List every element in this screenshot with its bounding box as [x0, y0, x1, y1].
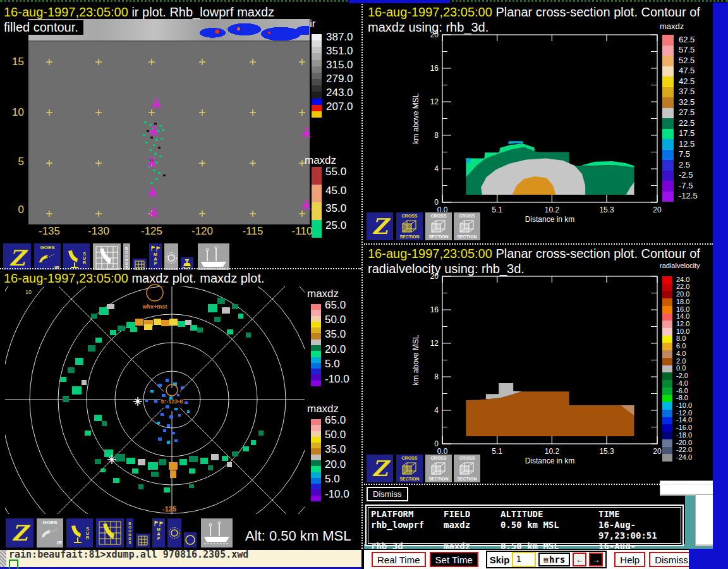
colorbar-tick-label: 5.0 — [325, 473, 340, 486]
colorbar-tick-label: 12.0 — [676, 320, 689, 327]
cross-label: CROSS — [402, 214, 418, 218]
colorbar-tick-label: 351.0 — [326, 45, 353, 58]
colorbar-tick-label: -2.5 — [679, 170, 693, 180]
col-platform: PLATFORM — [371, 509, 444, 520]
terminal-resize-hatch[interactable] — [0, 550, 6, 567]
surveillance-button[interactable]: S U R — [66, 518, 94, 548]
satellite-dish-icon — [38, 252, 57, 264]
cube-icon — [459, 219, 475, 233]
cross-section-maxdz-panel: 16-aug-1997,23:05:00 Planar cross-sectio… — [364, 4, 713, 245]
section-label: SECTION — [399, 477, 419, 481]
colorbar-tick-label: 24.0 — [676, 276, 689, 283]
cross-label: CROSS — [431, 214, 447, 218]
svg-text:km above MSL: km above MSL — [411, 93, 420, 144]
cross-section-button-3[interactable]: CROSS SECTION — [453, 212, 481, 241]
colorbar-tick-label: 207.0 — [326, 101, 353, 113]
col-field: FIELD — [444, 509, 500, 520]
radar-ppi-panel: 16-aug-1997,23:05:00 maxdz plot. maxdz p… — [0, 270, 364, 550]
rosette-button[interactable] — [167, 518, 182, 548]
ir-label: IR — [57, 541, 62, 546]
skip-value-input[interactable]: 1 — [512, 552, 536, 567]
cross-section-radialvelocity-panel: 16-aug-1997,23:05:00 Planar cross-sectio… — [364, 245, 713, 486]
colorbar-tick-label: 57.5 — [679, 45, 695, 54]
cube-icon — [401, 462, 418, 475]
grid-radar-icon — [95, 245, 119, 271]
document-icon: ▤ — [543, 556, 548, 564]
colorbar-tick-label: 8.0 — [676, 334, 686, 342]
goes-ir-button[interactable]: GOES IR — [36, 518, 64, 548]
step-back-button[interactable]: ← — [573, 553, 586, 566]
colorbar-tick-label: 0.0 — [676, 364, 686, 372]
cross-section-button-active[interactable]: CROSS SECTION — [396, 454, 423, 483]
grid-radar-button[interactable] — [95, 518, 124, 548]
colorbar-tick-label: 7.5 — [679, 149, 690, 159]
svg-text:5.1: 5.1 — [492, 205, 502, 214]
map-label: M A P — [157, 527, 161, 541]
zebra-logo-button[interactable]: Z — [5, 518, 34, 548]
map-flags-icon — [154, 520, 164, 527]
colorbar-swatches — [662, 35, 674, 202]
grid-radar-icon — [98, 520, 122, 546]
colorbar-tick-label: -12.0 — [676, 409, 692, 417]
rosette-icon — [168, 527, 181, 539]
colorbar-tick-label: 55.0 — [325, 166, 346, 178]
colorbar-tick-label: 20.0 — [325, 458, 346, 471]
hrs-button[interactable]: ▤hrs — [538, 553, 570, 566]
sat-y-tick: 10 — [9, 106, 24, 119]
svg-text:8: 8 — [434, 131, 439, 140]
map-label: M A P — [154, 252, 157, 266]
colorbar-tick-label: 35.0 — [325, 328, 346, 341]
colorbar-tick-label: 65.0 — [325, 414, 346, 427]
set-time-button[interactable]: Set Time — [430, 552, 478, 567]
colorbar-tick-label: -2.0 — [676, 372, 688, 379]
xs2-panel-title: 16-aug-1997,23:05:00 Planar cross-sectio… — [368, 247, 700, 261]
sur-label: S U R — [86, 527, 89, 540]
col-time: TIME — [598, 509, 678, 520]
map-button[interactable]: M A P — [152, 518, 166, 548]
bounds-button[interactable]: B O U N D S — [126, 518, 134, 548]
colorbar-swatches — [311, 304, 321, 386]
cross-section-button-3[interactable]: CROSS SECTION — [453, 454, 481, 483]
terminal-window[interactable]: rain:beaufait:81>xdump.all 970816.2305.x… — [0, 550, 361, 569]
svg-text:4: 4 — [434, 406, 439, 415]
bounds-label: B O U N D S — [128, 522, 131, 544]
cross-section-button-active[interactable]: CROSS SECTION — [396, 212, 423, 241]
cube-icon — [430, 462, 447, 475]
svg-text:16: 16 — [430, 64, 439, 73]
cube-icon — [459, 462, 475, 475]
svg-text:12: 12 — [430, 339, 439, 348]
radar-dish-icon — [67, 247, 81, 269]
help-button[interactable]: Help — [614, 552, 645, 567]
control-dismiss-button[interactable]: Dismiss — [649, 552, 694, 567]
cross-section-button-2[interactable]: CROSS SECTION — [425, 212, 452, 241]
sat-maxdz-colorbar: maxdz55.045.035.025.0 — [305, 154, 364, 238]
colorbar-tick-label: 47.5 — [679, 66, 695, 75]
colorbar-tick-label: 279.0 — [326, 73, 353, 85]
colorbar-tick-label: 12.5 — [679, 139, 695, 149]
step-forward-button[interactable]: → — [589, 553, 603, 566]
sat-x-tick: -120 — [188, 225, 216, 238]
colorbar-tick-label: 14.0 — [676, 312, 689, 320]
real-time-button[interactable]: Real Time — [372, 552, 426, 567]
ppi-corner-label: 10 — [25, 289, 32, 295]
colorbar-tick-label: 4.0 — [676, 350, 686, 357]
goes-label: GOES — [42, 520, 57, 525]
sat-x-tick: -115 — [239, 225, 267, 238]
cross-section-button-2[interactable]: CROSS SECTION — [425, 454, 452, 483]
colorbar-tick-label: 42.5 — [679, 76, 695, 86]
sat-timestamp: 16-aug-1997,23:05:00 — [4, 5, 128, 19]
status-dismiss-button[interactable]: Dismiss — [367, 487, 408, 501]
small-grid-button[interactable] — [135, 533, 150, 548]
ship-icon — [200, 246, 228, 270]
colorbar-tick-label: -6.0 — [676, 387, 688, 395]
zebra-z-icon: Z — [372, 216, 388, 237]
circle-button[interactable] — [183, 532, 197, 548]
zebra-logo-button[interactable]: Z — [366, 212, 394, 241]
table-header-row: PLATFORM FIELD ALTITUDE TIME — [371, 509, 678, 520]
svg-text:10.2: 10.2 — [545, 447, 560, 456]
cube-icon — [430, 219, 447, 233]
zebra-logo-button[interactable]: Z — [366, 454, 394, 483]
cross-label: CROSS — [459, 456, 475, 460]
colorbar-tick-label: 22.0 — [676, 283, 689, 290]
ship-button[interactable] — [200, 518, 233, 548]
